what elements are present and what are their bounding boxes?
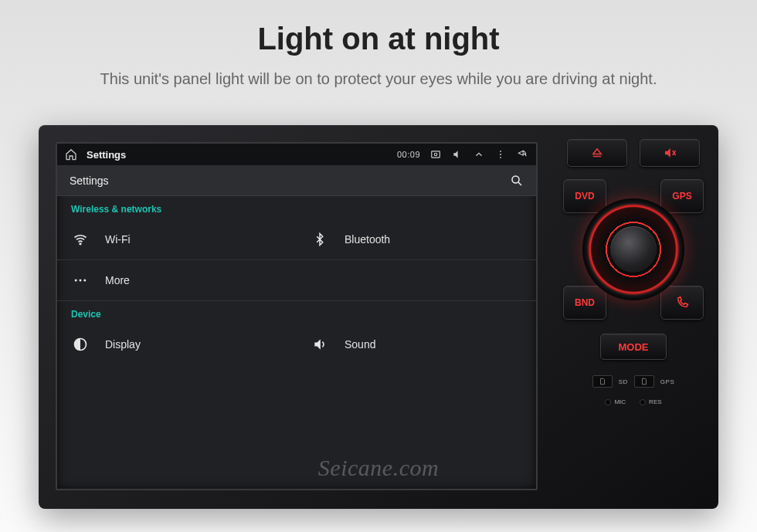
gps-button[interactable]: GPS [660,179,704,213]
mode-button[interactable]: MODE [600,334,667,360]
settings-header: Settings [57,165,536,196]
svg-point-7 [75,280,77,282]
settings-header-title: Settings [70,175,109,187]
settings-row: More [57,260,536,301]
svg-point-2 [500,151,501,152]
dial-knob[interactable] [610,226,657,273]
sound-icon [312,337,328,352]
settings-item-label: Wi-Fi [105,233,131,246]
settings-item-sound[interactable]: Sound [297,324,536,364]
sd-slot-2[interactable] [634,375,654,388]
head-unit: Settings 00:09 [39,125,718,509]
section-device-label: Device [57,301,536,324]
reset-label: RES [649,398,661,405]
hero-title: Light on at night [0,22,757,56]
more-icon [73,273,88,288]
settings-row: Display Sound [57,324,536,364]
settings-item-empty [297,260,536,300]
section-wireless-label: Wireless & networks [57,196,536,219]
sd-slot-1[interactable] [592,375,613,388]
phone-button[interactable] [660,286,704,320]
settings-item-label: Sound [345,338,375,351]
wifi-icon [73,232,88,247]
hero-subtitle: This unit's panel light will be on to pr… [0,70,757,88]
settings-item-more[interactable]: More [57,260,297,300]
svg-point-6 [80,243,81,245]
clock: 00:09 [397,150,420,159]
settings-item-wifi[interactable]: Wi-Fi [57,219,297,259]
svg-rect-0 [432,151,440,158]
svg-point-3 [500,154,501,155]
android-statusbar: Settings 00:09 [57,144,536,165]
overflow-icon[interactable] [494,149,507,160]
settings-row: Wi-Fi Bluetooth [57,219,536,260]
home-icon[interactable] [65,148,77,161]
bluetooth-icon [312,232,328,247]
dvd-button[interactable]: DVD [563,179,606,213]
aux-ports: MIC RES [605,398,661,405]
rotary-dial[interactable] [582,198,684,300]
hardware-panel: DVD GPS BND MODE SD GPS MIC [548,125,718,509]
gps-sd-label: GPS [660,378,674,385]
volume-icon[interactable] [451,149,463,160]
search-icon[interactable] [510,174,524,188]
sd-label: SD [619,378,628,385]
reset-port[interactable]: RES [640,398,661,405]
dial-cluster: DVD GPS BND [563,179,704,320]
back-icon[interactable] [516,149,528,160]
screen-bezel: Settings 00:09 [39,125,548,509]
settings-item-display[interactable]: Display [57,324,297,364]
mute-button[interactable] [640,139,700,167]
eject-button[interactable] [567,139,627,167]
settings-item-label: Bluetooth [345,233,390,246]
bnd-button[interactable]: BND [563,286,606,320]
mic-port[interactable]: MIC [605,398,626,405]
svg-point-8 [80,280,82,282]
settings-item-label: More [105,274,130,286]
statusbar-title: Settings [87,149,126,161]
brightness-down-icon[interactable] [473,149,485,160]
settings-item-bluetooth[interactable]: Bluetooth [297,219,536,259]
touchscreen: Settings 00:09 [56,142,538,490]
svg-point-5 [512,176,519,183]
svg-point-4 [500,157,501,158]
svg-point-9 [83,280,86,282]
settings-item-label: Display [105,338,141,351]
svg-point-1 [434,153,437,156]
screenshot-icon[interactable] [429,149,442,160]
display-icon [73,337,88,352]
card-slots: SD GPS [592,375,675,388]
mic-label: MIC [614,398,626,405]
